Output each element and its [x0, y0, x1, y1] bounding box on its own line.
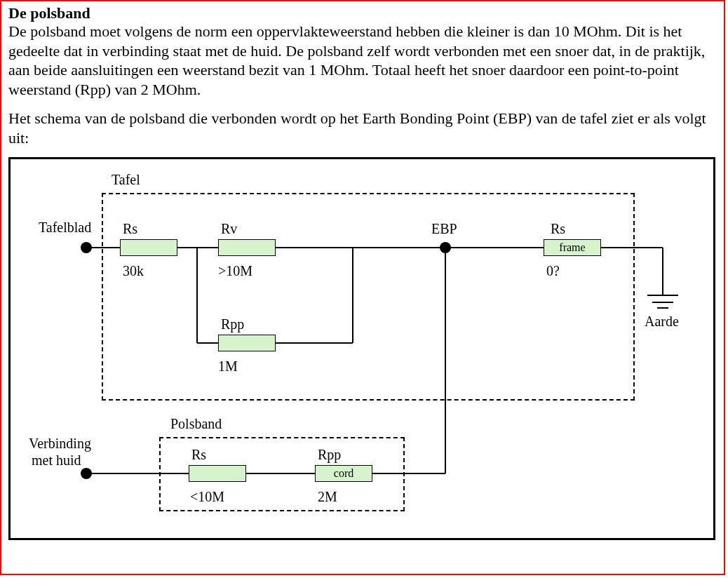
- tafel-rs-value: 30k: [123, 263, 144, 279]
- frame-rs-value: 0?: [546, 263, 560, 279]
- verbinding-label-2: met huid: [32, 452, 81, 469]
- ebp-label: EBP: [431, 221, 457, 237]
- paragraph-1: De polsband moet volgens de norm een opp…: [8, 22, 717, 99]
- tafel-rpp-resistor: [218, 335, 276, 351]
- document-page: De polsband De polsband moet volgens de …: [0, 0, 725, 575]
- verbinding-label-1: Verbinding: [29, 436, 91, 452]
- polsband-label: Polsband: [170, 416, 222, 432]
- tafel-rpp-value: 1M: [218, 358, 238, 375]
- frame-rs-resistor: frame: [544, 239, 601, 256]
- polsband-rs-label: Rs: [191, 447, 206, 463]
- tafel-rpp-label: Rpp: [221, 316, 244, 332]
- frame-rs-label: Rs: [551, 221, 565, 237]
- polsband-rs-value: <10M: [190, 489, 224, 505]
- paragraph-2: Het schema van de polsband die verbonden…: [8, 109, 717, 147]
- tafel-label: Tafel: [112, 172, 140, 188]
- polsband-rpp-value: 2M: [318, 489, 337, 505]
- tafel-rv-value: >10M: [218, 263, 252, 279]
- aarde-label: Aarde: [645, 314, 679, 330]
- circuit-diagram: Tafel Tafelblad Rs 30k Rv >10M Rpp 1M EB…: [8, 157, 715, 540]
- section-title: De polsband: [8, 4, 717, 22]
- polsband-rs-resistor: [189, 465, 246, 482]
- tafelblad-label: Tafelblad: [39, 220, 91, 236]
- polsband-rpp-label: Rpp: [318, 447, 341, 463]
- polsband-rpp-resistor: cord: [315, 465, 372, 482]
- tafel-rs-label: Rs: [123, 221, 137, 237]
- tafel-rs-resistor: [120, 239, 177, 256]
- tafel-rv-label: Rv: [221, 221, 237, 237]
- tafel-rv-resistor: [218, 239, 276, 256]
